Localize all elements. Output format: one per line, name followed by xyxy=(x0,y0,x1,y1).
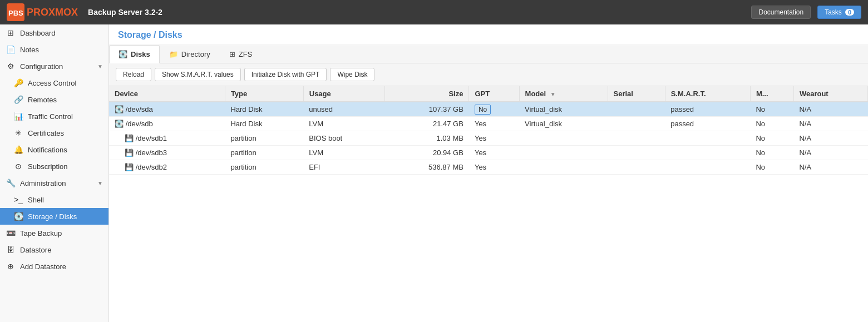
cell-model-sdb: Virtual_disk xyxy=(519,117,608,131)
cell-smart-sda: passed xyxy=(665,102,750,117)
sidebar-label-tape-backup: Tape Backup xyxy=(20,229,62,237)
sidebar-item-remotes[interactable]: 🔗Remotes xyxy=(0,91,108,108)
cell-m-sdb1: No xyxy=(750,131,793,146)
cell-m-sdb2: No xyxy=(750,160,793,175)
sidebar-item-storage-disks[interactable]: 💽Storage / Disks xyxy=(0,208,108,225)
sidebar-item-traffic-control[interactable]: 📊Traffic Control xyxy=(0,108,108,125)
sidebar-item-notes[interactable]: 📄Notes xyxy=(0,41,108,58)
sidebar-label-remotes: Remotes xyxy=(28,96,57,104)
cell-smart-sdb: passed xyxy=(665,117,750,131)
cell-serial-sda xyxy=(608,102,665,117)
cell-m-sda: No xyxy=(750,102,793,117)
cell-type-sdb: Hard Disk xyxy=(225,117,303,131)
smart-button[interactable]: Show S.M.A.R.T. values xyxy=(155,68,241,81)
directory-tab-label: Directory xyxy=(181,50,210,58)
traffic-control-icon: 📊 xyxy=(13,112,23,121)
cell-device-sda: 💽 /dev/sda xyxy=(109,102,225,117)
content-area: Storage / Disks 💽 Disks📁 Directory⊞ ZFS … xyxy=(109,24,868,322)
cell-usage-sda: unused xyxy=(303,102,384,117)
cell-wearout-sdb1: N/A xyxy=(793,131,867,146)
sidebar-item-access-control[interactable]: 🔑Access Control xyxy=(0,75,108,91)
disk-table-container: Device Type Usage Size GPT Model ▼ Seria… xyxy=(109,86,868,322)
sidebar-label-access-control: Access Control xyxy=(28,79,76,87)
sidebar-item-administration[interactable]: 🔧Administration▼ xyxy=(0,175,108,191)
sidebar-item-dashboard[interactable]: ⊞Dashboard xyxy=(0,24,108,41)
table-row[interactable]: 💾 /dev/sdb1partitionBIOS boot1.03 MBYesN… xyxy=(109,131,868,146)
col-type: Type xyxy=(225,86,303,102)
server-title: Backup Server 3.2-2 xyxy=(88,8,162,17)
col-size: Size xyxy=(384,86,468,102)
cell-serial-sdb3 xyxy=(608,146,665,160)
sidebar-label-storage-disks: Storage / Disks xyxy=(28,212,77,221)
cell-model-sda: Virtual_disk xyxy=(519,102,608,117)
disk-icon-sda: 💽 xyxy=(115,105,126,113)
cell-size-sdb3: 20.94 GB xyxy=(384,146,468,160)
main-layout: ⊞Dashboard📄Notes⚙Configuration▼🔑Access C… xyxy=(0,24,868,322)
sidebar-item-certificates[interactable]: ✳Certificates xyxy=(0,125,108,141)
tab-disks[interactable]: 💽 Disks xyxy=(109,45,160,63)
sidebar-item-notifications[interactable]: 🔔Notifications xyxy=(0,141,108,158)
init-gpt-button[interactable]: Initialize Disk with GPT xyxy=(244,68,327,81)
cell-m-sdb: No xyxy=(750,117,793,131)
cell-smart-sdb2 xyxy=(665,160,750,175)
cell-serial-sdb xyxy=(608,117,665,131)
tab-directory[interactable]: 📁 Directory xyxy=(160,45,220,63)
cell-gpt-sdb1: Yes xyxy=(469,131,519,146)
col-m: M... xyxy=(750,86,793,102)
sidebar-item-shell[interactable]: >_Shell xyxy=(0,191,108,208)
reload-button[interactable]: Reload xyxy=(116,68,151,81)
cell-m-sdb3: No xyxy=(750,146,793,160)
cell-usage-sdb: LVM xyxy=(303,117,384,131)
table-row[interactable]: 💾 /dev/sdb2partitionEFI536.87 MBYesNoN/A xyxy=(109,160,868,175)
table-row[interactable]: 💽 /dev/sdaHard Diskunused107.37 GBNoVirt… xyxy=(109,102,868,117)
disk-table-body: 💽 /dev/sdaHard Diskunused107.37 GBNoVirt… xyxy=(109,102,868,175)
sidebar-label-datastore: Datastore xyxy=(20,246,51,254)
table-row[interactable]: 💾 /dev/sdb3partitionLVM20.94 GBYesNoN/A xyxy=(109,146,868,160)
cell-device-sdb2: 💾 /dev/sdb2 xyxy=(109,160,225,175)
configuration-icon: ⚙ xyxy=(6,62,16,71)
sidebar-label-traffic-control: Traffic Control xyxy=(28,112,73,121)
cell-type-sdb2: partition xyxy=(225,160,303,175)
cell-gpt-sdb3: Yes xyxy=(469,146,519,160)
cell-gpt-sdb2: Yes xyxy=(469,160,519,175)
disks-tab-label: Disks xyxy=(131,50,150,58)
cell-gpt-sdb: Yes xyxy=(469,117,519,131)
zfs-tab-icon: ⊞ xyxy=(229,50,235,58)
sidebar-label-configuration: Configuration xyxy=(20,62,63,71)
shell-icon: >_ xyxy=(13,195,23,204)
gpt-badge-sda: No xyxy=(475,105,491,115)
administration-expand-icon: ▼ xyxy=(97,180,103,186)
col-gpt: GPT xyxy=(469,86,519,102)
proxmox-logo-icon: PBS xyxy=(7,3,24,21)
toolbar: Reload Show S.M.A.R.T. values Initialize… xyxy=(109,63,868,86)
sidebar-label-shell: Shell xyxy=(28,196,44,204)
cell-usage-sdb2: EFI xyxy=(303,160,384,175)
table-header-row: Device Type Usage Size GPT Model ▼ Seria… xyxy=(109,86,868,102)
sidebar-item-datastore[interactable]: 🗄Datastore xyxy=(0,241,108,258)
directory-tab-icon: 📁 xyxy=(169,50,178,58)
cell-wearout-sda: N/A xyxy=(793,102,867,117)
cell-model-sdb1 xyxy=(519,131,608,146)
model-filter-icon[interactable]: ▼ xyxy=(550,91,556,97)
col-device: Device xyxy=(109,86,225,102)
tasks-count: 0 xyxy=(845,9,854,16)
cell-wearout-sdb3: N/A xyxy=(793,146,867,160)
cell-type-sdb1: partition xyxy=(225,131,303,146)
col-smart: S.M.A.R.T. xyxy=(665,86,750,102)
sidebar-label-dashboard: Dashboard xyxy=(20,29,56,37)
tab-zfs[interactable]: ⊞ ZFS xyxy=(220,45,262,63)
tasks-button[interactable]: Tasks 0 xyxy=(817,6,861,19)
administration-icon: 🔧 xyxy=(6,179,16,187)
sidebar-item-tape-backup[interactable]: 📼Tape Backup xyxy=(0,225,108,241)
sidebar-item-subscription[interactable]: ⊙Subscription xyxy=(0,158,108,175)
storage-disks-icon: 💽 xyxy=(13,212,23,221)
wipe-disk-button[interactable]: Wipe Disk xyxy=(330,68,374,81)
table-row[interactable]: 💽 /dev/sdbHard DiskLVM21.47 GBYesVirtual… xyxy=(109,117,868,131)
documentation-button[interactable]: Documentation xyxy=(751,6,811,19)
sidebar-item-configuration[interactable]: ⚙Configuration▼ xyxy=(0,58,108,75)
logo: PBS PROXMOX xyxy=(7,3,78,21)
add-datastore-icon: ⊕ xyxy=(6,262,16,271)
cell-smart-sdb3 xyxy=(665,146,750,160)
sidebar-item-add-datastore[interactable]: ⊕Add Datastore xyxy=(0,258,108,275)
remotes-icon: 🔗 xyxy=(13,95,23,104)
